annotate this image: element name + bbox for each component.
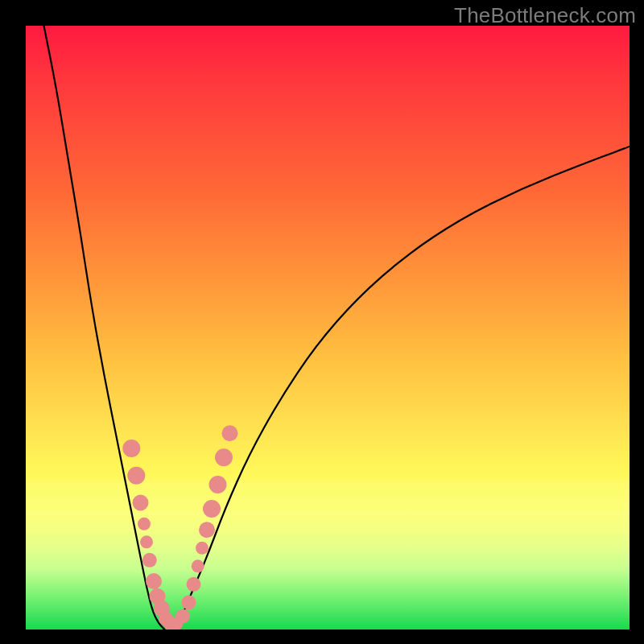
- curve-group: [44, 26, 630, 630]
- marker-dot: [140, 535, 153, 548]
- marker-dot: [199, 522, 215, 538]
- marker-dot: [222, 425, 238, 441]
- curve-layer: [26, 26, 630, 630]
- chart-frame: TheBottleneck.com: [0, 0, 644, 644]
- marker-dot: [182, 595, 196, 609]
- marker-dot: [127, 467, 145, 485]
- curve-right-branch: [177, 147, 630, 630]
- plot-area: [26, 26, 630, 630]
- marker-dot: [142, 553, 157, 568]
- marker-dots-group: [122, 425, 237, 630]
- marker-dot: [175, 609, 190, 624]
- marker-dot: [133, 495, 149, 511]
- marker-dot: [215, 448, 233, 466]
- marker-dot: [203, 500, 221, 518]
- marker-dot: [146, 573, 162, 589]
- marker-dot: [192, 559, 204, 572]
- marker-dot: [138, 518, 151, 530]
- marker-dot: [209, 476, 227, 493]
- marker-dot: [122, 440, 140, 457]
- watermark-text: TheBottleneck.com: [454, 3, 636, 28]
- marker-dot: [187, 577, 201, 592]
- marker-dot: [196, 542, 208, 555]
